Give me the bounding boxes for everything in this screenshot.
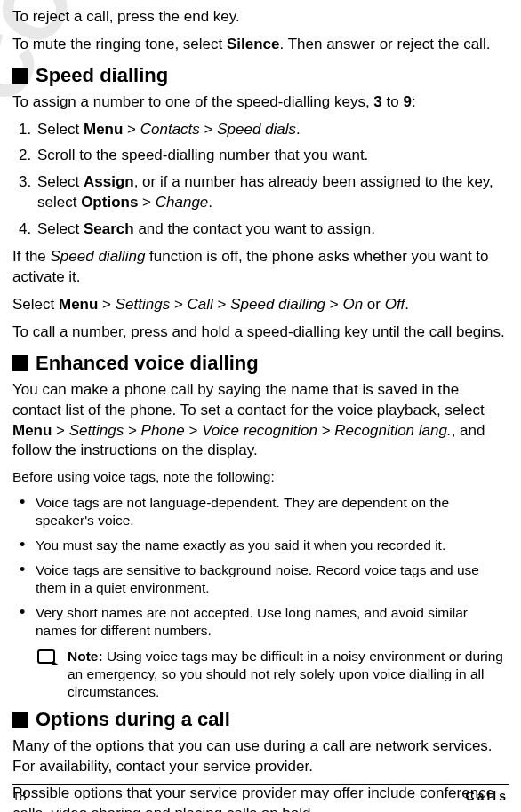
step-2: Scroll to the speed-dialling number that… <box>36 146 509 166</box>
options-heading: Options during a call <box>36 706 230 733</box>
menu-label: Menu <box>12 422 52 439</box>
on-label: On <box>342 296 363 313</box>
voice-bullets: Voice tags are not language-dependent. T… <box>12 494 509 641</box>
text: . <box>405 296 409 313</box>
note-block: Note: Using voice tags may be difficult … <box>37 648 509 701</box>
text: . <box>296 121 301 138</box>
menu-label: Menu <box>84 121 123 138</box>
text: Select <box>37 121 84 138</box>
text: and the contact you want to assign. <box>134 220 375 237</box>
text: > <box>123 121 140 138</box>
voice-recognition-label: Voice recognition <box>202 422 317 439</box>
contacts-label: Contacts <box>140 121 200 138</box>
voice-intro: You can make a phone call by saying the … <box>12 380 509 462</box>
square-bullet-icon <box>12 68 28 84</box>
key-9: 9 <box>403 93 411 110</box>
note-text: Note: Using voice tags may be difficult … <box>68 648 509 701</box>
step-1: Select Menu > Contacts > Speed dials. <box>36 120 509 140</box>
text: > <box>124 422 140 439</box>
menu-label: Menu <box>59 296 98 313</box>
text: or <box>363 296 385 313</box>
text: > <box>213 296 230 313</box>
settings-label: Settings <box>116 296 170 313</box>
bullet-4: Very short names are not accepted. Use l… <box>12 604 509 640</box>
speed-heading: Speed dialling <box>36 62 168 89</box>
text: > <box>170 296 187 313</box>
text: Select <box>37 173 84 190</box>
bullet-2: You must say the name exactly as you sai… <box>12 537 509 554</box>
text: > <box>200 121 217 138</box>
bullet-3: Voice tags are sensitive to background n… <box>12 561 509 597</box>
step-3: Select Assign, or if a number has alread… <box>36 172 509 213</box>
voice-heading: Enhanced voice dialling <box>36 350 259 377</box>
square-bullet-icon <box>12 712 28 728</box>
square-bullet-icon <box>12 355 28 371</box>
text: To mute the ringing tone, select <box>12 36 227 52</box>
text: To assign a number to one of the speed-d… <box>12 93 373 110</box>
text: You can make a phone call by saying the … <box>12 381 485 418</box>
text: : <box>412 93 416 110</box>
speed-dialling-label: Speed dialling <box>51 248 146 265</box>
call-label: Call <box>188 296 213 313</box>
text: Select <box>12 296 59 313</box>
step-4: Select Search and the contact you want t… <box>36 219 509 240</box>
options-heading-row: Options during a call <box>12 706 509 733</box>
speed-heading-row: Speed dialling <box>12 62 509 89</box>
page-content: To reject a call, press the end key. To … <box>12 7 509 812</box>
text: . <box>208 194 212 211</box>
speed-off-note: If the Speed dialling function is off, t… <box>12 247 509 288</box>
text: > <box>138 194 155 211</box>
text: If the <box>12 248 51 265</box>
note-icon <box>37 649 60 669</box>
text: > <box>325 296 342 313</box>
voice-heading-row: Enhanced voice dialling <box>12 350 509 377</box>
options-label: Options <box>81 194 138 211</box>
text: Select <box>37 220 84 237</box>
options-p1: Many of the options that you can use dur… <box>12 736 509 777</box>
text: > <box>185 422 202 439</box>
change-label: Change <box>156 194 209 211</box>
options-p2: Possible options that your service provi… <box>12 784 509 812</box>
text: Using voice tags may be difficult in a n… <box>68 649 503 699</box>
phone-label: Phone <box>141 422 185 439</box>
settings-label: Settings <box>69 422 124 439</box>
speed-steps: Select Menu > Contacts > Speed dials. Sc… <box>12 120 509 241</box>
voice-pre: Before using voice tags, note the follow… <box>12 468 509 486</box>
off-label: Off <box>385 296 405 313</box>
search-label: Search <box>84 220 134 237</box>
text: > <box>98 296 115 313</box>
text: > <box>52 422 68 439</box>
assign-label: Assign <box>84 173 134 190</box>
speed-dialling-label: Speed dialling <box>230 296 325 313</box>
note-label: Note: <box>68 649 103 664</box>
intro-mute: To mute the ringing tone, select Silence… <box>12 35 509 55</box>
silence-label: Silence <box>227 36 280 52</box>
key-3: 3 <box>373 93 381 110</box>
text: . Then answer or reject the call. <box>280 36 491 52</box>
recognition-lang-label: Recognition lang. <box>334 422 451 439</box>
speed-dials-label: Speed dials <box>217 121 296 138</box>
speed-intro: To assign a number to one of the speed-d… <box>12 92 509 113</box>
svg-rect-0 <box>38 650 54 663</box>
text: > <box>317 422 334 439</box>
intro-reject: To reject a call, press the end key. <box>12 7 509 28</box>
bullet-1: Voice tags are not language-dependent. T… <box>12 494 509 529</box>
speed-menu-path: Select Menu > Settings > Call > Speed di… <box>12 295 509 315</box>
speed-call-instruction: To call a number, press and hold a speed… <box>12 322 509 343</box>
text: to <box>382 93 404 110</box>
